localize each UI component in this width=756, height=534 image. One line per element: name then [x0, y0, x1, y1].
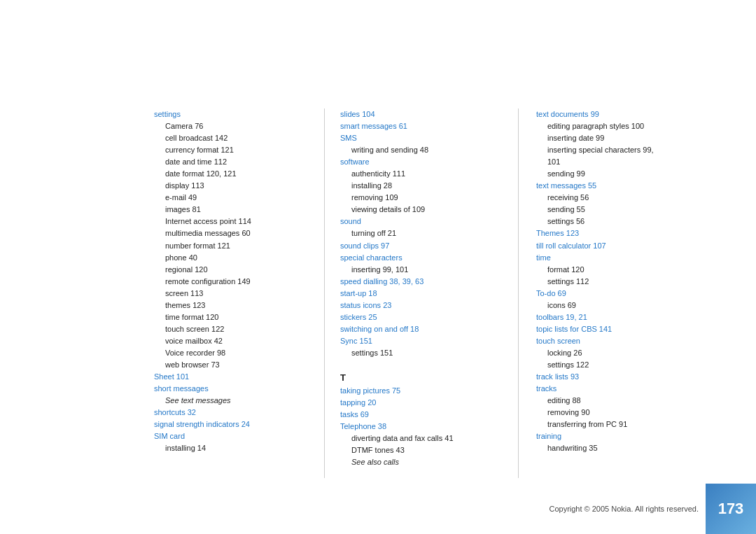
sub-installing-sw: installing 28: [340, 180, 513, 192]
entry-sim-card: SIM card: [154, 432, 185, 440]
sub-time-settings: settings 112: [536, 276, 720, 288]
entry-topic-lists: topic lists for CBS 141: [536, 325, 612, 333]
sub-multimedia-msg: multimedia messages 60: [154, 227, 322, 239]
entry-toolbars: toolbars 19, 21: [536, 313, 587, 321]
sub-regional: regional 120: [154, 264, 322, 276]
entry-start-up: start-up 18: [340, 289, 377, 297]
entry-software: software: [340, 157, 370, 166]
sub-voice-mailbox: voice mailbox 42: [154, 335, 322, 347]
column-divider-1: [324, 108, 325, 478]
column-divider-2: [518, 108, 519, 478]
sub-internet-access: Internet access point 114: [154, 216, 322, 227]
sub-date-and-time: date and time 112: [154, 156, 322, 168]
entry-text-messages: text messages 55: [536, 181, 596, 190]
sub-touch-screen: touch screen 122: [154, 323, 322, 335]
entry-themes: Themes 123: [536, 229, 579, 237]
sub-locking: locking 26: [536, 347, 720, 359]
entry-taking-pictures: taking pictures 75: [340, 386, 400, 395]
entry-signal-strength: signal strength indicators 24: [154, 420, 250, 428]
sub-time-format2: format 120: [536, 264, 720, 276]
entry-todo: To-do 69: [536, 289, 566, 297]
entry-switching: switching on and off 18: [340, 325, 419, 333]
entry-training: training: [536, 432, 561, 440]
sub-time-format: time format 120: [154, 311, 322, 323]
entry-text-documents: text documents 99: [536, 110, 599, 118]
entry-telephone: Telephone 38: [340, 422, 386, 430]
entry-sms: SMS: [340, 134, 357, 142]
sub-date-format: date format 120, 121: [154, 168, 322, 180]
sub-camera: Camera 76: [154, 120, 322, 132]
sub-diverting-data: diverting data and fax calls 41: [340, 433, 513, 444]
entry-sound: sound: [340, 217, 361, 225]
entry-tasks: tasks 69: [340, 410, 369, 419]
sub-phone: phone 40: [154, 252, 322, 264]
sub-cell-broadcast: cell broadcast 142: [154, 132, 322, 144]
entry-tapping: tapping 20: [340, 398, 376, 407]
entry-stickers: stickers 25: [340, 313, 377, 321]
sub-sending-msg: sending 55: [536, 204, 720, 216]
sub-voice-recorder: Voice recorder 98: [154, 347, 322, 359]
page-number: 173: [718, 500, 744, 518]
sub-inserting-date: inserting date 99: [536, 132, 720, 144]
sub-installing-sim: installing 14: [154, 442, 322, 454]
sub-screen: screen 113: [154, 288, 322, 300]
sub-remote-config: remote configuration 149: [154, 276, 322, 288]
page-number-box: 173: [706, 484, 756, 534]
sub-web-browser: web browser 73: [154, 359, 322, 371]
sub-editing-tracks: editing 88: [536, 395, 720, 407]
entry-till-roll-calc: till roll calculator 107: [536, 241, 606, 250]
sub-receiving-msg: receiving 56: [536, 192, 720, 204]
footer: Copyright © 2005 Nokia. All rights reser…: [0, 484, 756, 534]
sub-dtmf-tones: DTMF tones 43: [340, 444, 513, 456]
sub-currency-format: currency format 121: [154, 144, 322, 156]
entry-tracks: tracks: [536, 384, 556, 393]
column-1: settings Camera 76 cell broadcast 142 cu…: [154, 108, 322, 478]
sub-images: images 81: [154, 204, 322, 216]
entry-shortcuts: shortcuts 32: [154, 408, 196, 416]
column-3: text documents 99 editing paragraph styl…: [524, 108, 720, 478]
sub-sending-docs: sending 99: [536, 168, 720, 180]
entry-time: time: [536, 253, 551, 262]
sub-turning-off: turning off 21: [340, 227, 513, 239]
sub-viewing-details: viewing details of 109: [340, 204, 513, 216]
sub-display: display 113: [154, 180, 322, 192]
sub-removing-sw: removing 109: [340, 192, 513, 204]
sub-transferring-tracks: transferring from PC 91: [536, 419, 720, 430]
sub-inserting-special-chars: inserting special characters 99,: [536, 144, 720, 156]
sub-removing-tracks: removing 90: [536, 407, 720, 419]
sub-inserting-special-chars2: 101: [536, 156, 720, 168]
entry-touch-screen2: touch screen: [536, 337, 580, 345]
entry-track-lists: track lists 93: [536, 372, 579, 381]
sub-handwriting: handwriting 35: [536, 442, 720, 454]
column-2: slides 104 smart messages 61 SMS writing…: [328, 108, 513, 478]
ref-see-also-calls: See also calls: [340, 456, 513, 468]
ref-see-text-messages: See text messages: [154, 395, 322, 407]
sub-settings-msg: settings 56: [536, 216, 720, 227]
entry-short-messages: short messages: [154, 384, 209, 393]
sub-themes: themes 123: [154, 300, 322, 311]
entry-sync: Sync 151: [340, 337, 372, 345]
entry-slides: slides 104: [340, 110, 375, 118]
sub-touch-settings: settings 122: [536, 359, 720, 371]
entry-status-icons: status icons 23: [340, 301, 391, 309]
entry-settings: settings: [154, 110, 181, 118]
sub-authenticity: authenticity 111: [340, 168, 513, 180]
copyright-text: Copyright © 2005 Nokia. All rights reser…: [549, 505, 706, 513]
sub-number-format: number format 121: [154, 240, 322, 252]
header-t: T: [340, 372, 346, 383]
sub-writing-sending: writing and sending 48: [340, 144, 513, 156]
entry-sound-clips: sound clips 97: [340, 241, 389, 250]
sub-sync-settings: settings 151: [340, 347, 513, 359]
entry-speed-dialling: speed dialling 38, 39, 63: [340, 277, 424, 286]
sub-inserting-special: inserting 99, 101: [340, 264, 513, 276]
sub-editing-para: editing paragraph styles 100: [536, 120, 720, 132]
sub-icons-todo: icons 69: [536, 300, 720, 311]
sub-email: e-mail 49: [154, 192, 322, 204]
entry-sheet: Sheet 101: [154, 372, 189, 381]
entry-smart-messages: smart messages 61: [340, 122, 407, 130]
entry-special-chars: special characters: [340, 253, 402, 262]
